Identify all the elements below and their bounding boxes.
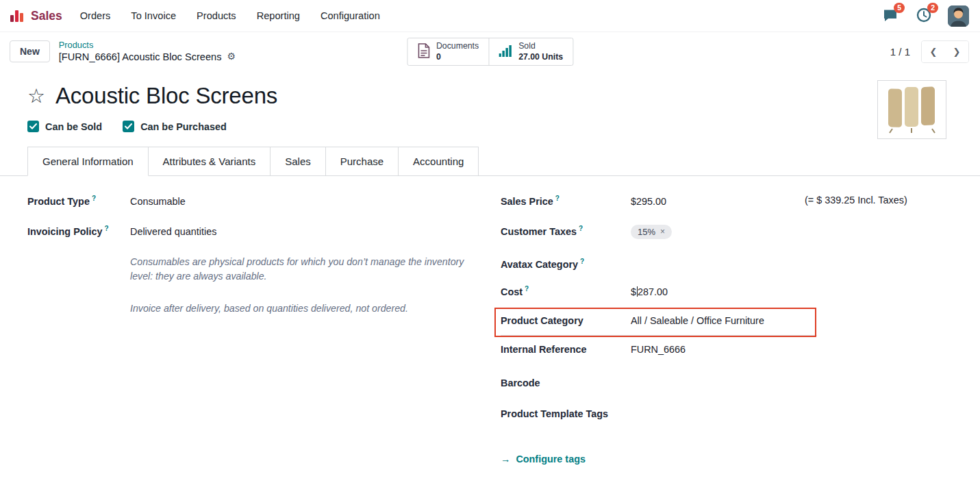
documents-label: Documents <box>436 41 479 52</box>
tab-accounting[interactable]: Accounting <box>398 147 479 175</box>
tab-purchase[interactable]: Purchase <box>325 147 399 175</box>
messages-button[interactable]: 5 <box>881 6 900 25</box>
internal-reference-label: Internal Reference <box>501 344 631 355</box>
new-button[interactable]: New <box>10 40 50 62</box>
consumable-help-text: Consumables are physical products for wh… <box>130 255 464 284</box>
right-column: Sales Price? $295.00 (= $ 339.25 Incl. T… <box>501 195 953 465</box>
product-image[interactable] <box>877 80 946 139</box>
invoicing-policy-field: Invoicing Policy? Delivered quantities <box>27 225 473 240</box>
messages-badge: 5 <box>894 3 905 13</box>
menu-to-invoice[interactable]: To Invoice <box>131 10 176 21</box>
favorite-star-icon[interactable]: ☆ <box>27 86 45 106</box>
breadcrumb: Products [FURN_6666] Acoustic Bloc Scree… <box>59 40 236 63</box>
barcode-input[interactable] <box>631 373 953 386</box>
cost-label: Cost? <box>501 285 631 297</box>
activities-badge: 2 <box>927 3 938 13</box>
tax-tag[interactable]: 15% × <box>631 225 672 239</box>
sales-price-value[interactable]: $295.00 <box>631 196 666 210</box>
app-name[interactable]: Sales <box>31 9 62 23</box>
main-menu: Orders To Invoice Products Reporting Con… <box>80 10 380 21</box>
product-type-label: Product Type? <box>27 195 130 207</box>
invoicing-policy-label: Invoicing Policy? <box>27 225 130 237</box>
cost-field: Cost? $287.00 <box>501 285 953 300</box>
invoicing-help-text: Invoice after delivery, based on quantit… <box>130 301 464 316</box>
arrow-right-icon: → <box>501 454 510 465</box>
tab-general-information[interactable]: General Information <box>27 147 149 176</box>
sales-price-field: Sales Price? $295.00 (= $ 339.25 Incl. T… <box>501 195 953 210</box>
document-icon <box>417 43 430 60</box>
activities-button[interactable]: 2 <box>914 6 933 25</box>
configure-tags-label: Configure tags <box>516 454 586 465</box>
product-category-field: Product Category All / Saleable / Office… <box>501 315 817 336</box>
internal-reference-field: Internal Reference FURN_6666 <box>501 344 953 358</box>
help-icon[interactable]: ? <box>105 225 109 232</box>
checkbox-checked-icon <box>27 121 39 132</box>
menu-configuration[interactable]: Configuration <box>321 10 380 21</box>
barcode-label: Barcode <box>501 377 631 388</box>
documents-stat-button[interactable]: Documents 0 <box>407 38 488 65</box>
cost-input[interactable]: $287.00 <box>631 286 668 300</box>
help-icon[interactable]: ? <box>579 225 583 232</box>
pager: 1 / 1 ❮ ❯ <box>890 40 969 63</box>
checkbox-checked-icon <box>123 121 134 132</box>
incl-taxes-note: (= $ 339.25 Incl. Taxes) <box>805 195 907 206</box>
menu-reporting[interactable]: Reporting <box>257 10 300 21</box>
can-be-purchased-label: Can be Purchased <box>140 121 227 132</box>
can-be-sold-checkbox[interactable]: Can be Sold <box>27 121 102 132</box>
product-category-label: Product Category <box>501 315 631 326</box>
title-row: ☆ Acoustic Bloc Screens <box>0 71 980 109</box>
breadcrumb-current: [FURN_6666] Acoustic Bloc Screens <box>59 51 222 63</box>
customer-taxes-label: Customer Taxes? <box>501 225 631 237</box>
general-information-page: Product Type? Consumable Invoicing Polic… <box>0 176 980 465</box>
invoicing-policy-value[interactable]: Delivered quantities <box>130 226 216 240</box>
user-avatar[interactable] <box>948 5 969 27</box>
product-category-value[interactable]: All / Saleable / Office Furniture <box>631 315 764 329</box>
product-title[interactable]: Acoustic Bloc Screens <box>55 83 277 109</box>
product-template-tags-label: Product Template Tags <box>501 408 631 419</box>
stat-button-group: Documents 0 Sold 27.00 Units <box>407 38 573 66</box>
sold-stat-button[interactable]: Sold 27.00 Units <box>488 38 573 65</box>
internal-reference-value[interactable]: FURN_6666 <box>631 344 686 358</box>
product-form-sheet: ☆ Acoustic Bloc Screens Can be Sold Can … <box>0 71 980 465</box>
product-type-value[interactable]: Consumable <box>130 196 186 210</box>
help-icon[interactable]: ? <box>580 258 584 265</box>
documents-count: 0 <box>436 52 479 63</box>
help-icon[interactable]: ? <box>525 285 529 293</box>
sales-price-label: Sales Price? <box>501 195 631 207</box>
notebook-tabs: General Information Attributes & Variant… <box>0 147 980 176</box>
gear-icon[interactable]: ⚙ <box>227 51 236 63</box>
checkbox-row: Can be Sold Can be Purchased <box>0 121 980 132</box>
help-icon[interactable]: ? <box>555 195 560 202</box>
pager-counter: 1 / 1 <box>890 46 910 58</box>
can-be-sold-label: Can be Sold <box>45 121 102 132</box>
can-be-purchased-checkbox[interactable]: Can be Purchased <box>123 121 227 132</box>
barcode-field: Barcode <box>501 373 953 388</box>
breadcrumb-products-link[interactable]: Products <box>59 40 236 51</box>
help-icon[interactable]: ? <box>92 195 96 202</box>
tab-attributes-variants[interactable]: Attributes & Variants <box>148 147 271 175</box>
avatax-category-field: Avatax Category? <box>501 254 953 270</box>
avatax-category-input[interactable] <box>631 254 953 268</box>
avatax-category-label: Avatax Category? <box>501 258 631 270</box>
customer-taxes-field: Customer Taxes? 15% × <box>501 225 953 239</box>
pager-previous-button[interactable]: ❮ <box>922 41 945 62</box>
menu-orders[interactable]: Orders <box>80 10 111 21</box>
control-panel: New Products [FURN_6666] Acoustic Bloc S… <box>0 32 980 71</box>
pager-next-button[interactable]: ❯ <box>945 41 968 62</box>
menu-products[interactable]: Products <box>197 10 236 21</box>
bar-chart-icon <box>499 45 512 59</box>
app-switcher[interactable]: Sales <box>10 8 62 25</box>
sales-app-icon <box>10 8 25 25</box>
tab-sales[interactable]: Sales <box>270 147 326 175</box>
product-type-field: Product Type? Consumable <box>27 195 473 210</box>
sold-units: 27.00 Units <box>518 52 563 63</box>
sold-label: Sold <box>518 41 563 52</box>
top-navbar: Sales Orders To Invoice Products Reporti… <box>0 0 980 32</box>
product-template-tags-field: Product Template Tags <box>501 404 953 419</box>
tax-tag-label: 15% <box>638 227 655 237</box>
configure-tags-link[interactable]: → Configure tags <box>501 454 586 465</box>
product-template-tags-input[interactable] <box>631 404 953 417</box>
tax-tag-remove-icon[interactable]: × <box>660 227 665 236</box>
navbar-systray: 5 2 <box>881 5 969 27</box>
left-column: Product Type? Consumable Invoicing Polic… <box>27 195 473 334</box>
